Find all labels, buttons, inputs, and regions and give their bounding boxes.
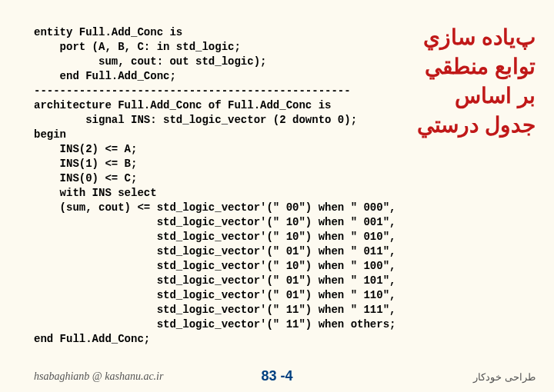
code-line: INS(0) <= C; <box>34 172 137 184</box>
code-block: entity Full.Add_Conc is port (A, B, C: i… <box>34 11 395 347</box>
code-line: std_logic_vector'(" 10") when " 001", <box>34 216 395 228</box>
code-line: std_logic_vector'(" 11") when others; <box>34 318 395 331</box>
code-line: std_logic_vector'(" 01") when " 011", <box>34 245 395 257</box>
code-line: with INS select <box>34 187 157 199</box>
persian-line: توابع منطقي <box>417 52 536 81</box>
persian-title: پ‌ياده سازي توابع منطقي بر اساس جدول درس… <box>417 23 536 140</box>
code-line: INS(1) <= B; <box>34 158 137 170</box>
code-line: std_logic_vector'(" 10") when " 010", <box>34 231 395 243</box>
code-line: (sum, cout) <= std_logic_vector'(" 00") … <box>34 201 395 214</box>
persian-line: جدول درستي <box>417 111 536 140</box>
code-line: INS(2) <= A; <box>34 143 137 155</box>
code-line: ----------------------------------------… <box>34 85 351 97</box>
persian-line: بر اساس <box>417 81 536 111</box>
code-line: std_logic_vector'(" 01") when " 101", <box>34 274 395 287</box>
code-line: std_logic_vector'(" 11") when " 111", <box>34 304 395 316</box>
footer-page-number: 83 -4 <box>0 368 554 384</box>
persian-line: پ‌ياده سازي <box>417 23 536 52</box>
code-line: architecture Full.Add_Conc of Full.Add_C… <box>34 99 331 111</box>
code-line: signal INS: std_logic_vector (2 downto 0… <box>34 114 357 126</box>
code-line: sum, cout: out std_logic); <box>34 55 266 68</box>
code-line: port (A, B, C: in std_logic; <box>34 41 241 53</box>
code-line: end Full.Add_Conc; <box>34 333 150 345</box>
code-line: std_logic_vector'(" 01") when " 110", <box>34 289 395 301</box>
code-line: begin <box>34 128 66 141</box>
footer-right-text: طراحی خودکار <box>473 371 536 383</box>
code-line: std_logic_vector'(" 10") when " 100", <box>34 260 395 272</box>
code-line: entity Full.Add_Conc is <box>34 26 182 38</box>
code-line: end Full.Add_Conc; <box>34 70 176 82</box>
